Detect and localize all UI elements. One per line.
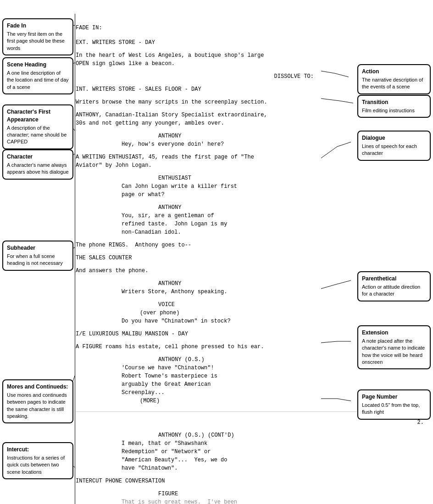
annotation-desc: A one line description of the location a…	[7, 70, 69, 90]
annotation-desc: Instructions for a series of quick cuts …	[7, 455, 65, 475]
annotation-title: Action	[362, 68, 426, 76]
script-block-diag7: I mean, that or "Shawshank Redemption" o…	[122, 439, 426, 472]
script-line: You, sir, are a gentleman of	[122, 212, 426, 220]
script-line: In the heart of West Los Angeles, a bout…	[76, 51, 426, 60]
script-line: The phone RINGS. Anthony goes to--	[76, 241, 426, 249]
script-block-char5: VOICE	[158, 301, 426, 309]
script-block-diag8: That is such great news. I've been	[122, 498, 426, 504]
script-line: FIGURE	[158, 490, 426, 498]
annotation-desc: Lines of speech for each character	[362, 143, 417, 156]
vertical-line-left	[75, 14, 75, 504]
script-line: DISSOLVE TO:	[76, 72, 316, 81]
annotation-desc: Use mores and continueds between pages t…	[7, 392, 67, 419]
script-block-paren1: (over phone)	[140, 309, 426, 317]
script-line: ENTHUSIAST	[158, 174, 426, 182]
script-line: 30s and not getting any younger, ambles …	[76, 119, 426, 127]
annotation-desc: The very first item on the first page sh…	[7, 31, 65, 51]
annotation-title: Fade In	[7, 22, 69, 30]
script-line: Can John Logan write a killer first	[122, 182, 426, 191]
script-line: "American Beauty"... Yes, we do	[122, 456, 426, 464]
annotation-desc: Located 0.5" from the top, flush right	[362, 402, 420, 415]
annotation-subheader: Subheader For when a full scene heading …	[2, 241, 73, 271]
script-block-char2: ENTHUSIAST	[158, 174, 426, 182]
annotation-parenthetical: Parenthetical Action or attitude directi…	[357, 271, 431, 301]
annotation-title: Transition	[362, 99, 426, 106]
annotation-fade-in: Fade In The very first item on the first…	[2, 18, 73, 55]
annotation-title: Intercut:	[7, 446, 69, 454]
page-container: FADE IN: EXT. WRITERS STORE - DAY In the…	[0, 0, 433, 504]
script-block-fadein: FADE IN:	[76, 24, 426, 32]
script-line: Redemption" or "Network" or	[122, 448, 426, 456]
annotation-desc: A note placed after the character's name…	[362, 338, 425, 365]
script-block-char3: ANTHONY	[158, 203, 426, 212]
annotation-title: Parenthetical	[362, 275, 426, 283]
annotation-action: Action The narrative description of the …	[357, 64, 431, 94]
script-line: page or what?	[122, 191, 426, 199]
script-block-intercut: INTERCUT PHONE CONVERSATION	[76, 477, 426, 485]
script-line: That is such great news. I've been	[122, 498, 426, 504]
script-line: have "Chinatown".	[122, 464, 426, 472]
script-line: INTERCUT PHONE CONVERSATION	[76, 477, 426, 485]
annotation-mores: Mores and Continueds: Use mores and cont…	[2, 379, 73, 423]
annotation-scene-heading: Scene Heading A one line description of …	[2, 57, 73, 94]
annotation-title: Subheader	[7, 244, 69, 252]
annotation-desc: The narrative description of the events …	[362, 77, 423, 89]
script-line: Do you have "Chinatown" in stock?	[122, 317, 426, 325]
script-block-ext: EXT. WRITERS STORE - DAY	[76, 38, 426, 47]
script-block-diag5: Do you have "Chinatown" in stock?	[122, 317, 426, 325]
annotation-extension: Extension A note placed after the charac…	[357, 325, 431, 369]
annotation-dialogue: Dialogue Lines of speech for each charac…	[357, 131, 431, 161]
annotation-title: Scene Heading	[7, 61, 69, 69]
annotation-title: Extension	[362, 329, 426, 337]
script-block-action4: The phone RINGS. Anthony goes to--	[76, 241, 426, 249]
page-number: 2.	[76, 418, 426, 427]
script-line: refined taste. John Logan is my	[122, 220, 426, 228]
script-block-diag2: Can John Logan write a killer first page…	[122, 182, 426, 199]
script-line: FADE IN:	[76, 24, 426, 32]
script-line: non-Canadian idol.	[122, 228, 426, 236]
annotation-title: Mores and Continueds:	[7, 383, 69, 391]
script-line: Aviator" by John Logan.	[76, 161, 426, 170]
script-block-char8: FIGURE	[158, 490, 426, 498]
annotation-desc: Film editing instructions	[362, 108, 415, 113]
annotation-title: Dialogue	[362, 134, 426, 142]
script-line: (over phone)	[140, 309, 426, 317]
script-line: VOICE	[158, 301, 426, 309]
annotation-desc: A description of the character; name sho…	[7, 125, 67, 145]
annotation-transition: Transition Film editing instructions	[357, 95, 431, 118]
script-line: Robert Towne's masterpiece is	[122, 372, 426, 380]
annotation-page-number: Page Number Located 0.5" from the top, f…	[357, 389, 431, 420]
annotation-character: Character A character's name always appe…	[2, 149, 73, 180]
annotation-desc: For when a full scene heading is not nec…	[7, 253, 63, 266]
script-block-char7: ANTHONY (O.S.) (CONT'D)	[158, 431, 426, 439]
annotation-title: Character	[7, 153, 69, 161]
script-line: ANTHONY	[158, 203, 426, 212]
annotation-char-first: Character's First Appearance A descripti…	[2, 104, 73, 149]
annotation-title: Page Number	[362, 393, 426, 401]
script-line: I mean, that or "Shawshank	[122, 439, 426, 448]
annotation-title: Character's First Appearance	[7, 108, 69, 124]
script-block-diag3: You, sir, are a gentleman of refined tas…	[122, 212, 426, 236]
annotation-intercut: Intercut: Instructions for a series of q…	[2, 442, 73, 479]
script-block-subheader: THE SALES COUNTER	[76, 254, 426, 262]
script-line: THE SALES COUNTER	[76, 254, 426, 262]
script-line: ANTHONY (O.S.) (CONT'D)	[158, 431, 426, 439]
script-line: EXT. WRITERS STORE - DAY	[76, 38, 426, 47]
annotation-desc: Action or attitude direction for a chara…	[362, 284, 420, 296]
script-line: arguably the Great American	[122, 380, 426, 389]
annotation-desc: A character's name always appears above …	[7, 162, 69, 175]
